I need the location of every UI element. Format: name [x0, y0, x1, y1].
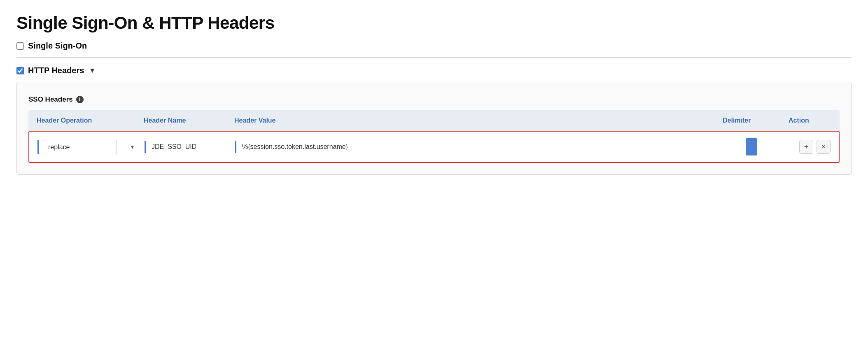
sso-headers-title: SSO Headers [28, 95, 73, 104]
col-header-delimiter: Delimiter [719, 114, 785, 127]
sso-checkbox[interactable] [16, 42, 24, 50]
chevron-down-icon: ▼ [89, 67, 96, 74]
select-chevron-icon: ▾ [131, 144, 134, 150]
col-header-name: Header Name [140, 114, 231, 127]
col-header-action: Action [785, 114, 835, 127]
header-value-cell [232, 138, 719, 155]
info-icon: i [76, 96, 84, 103]
table-header-row: Header Operation Header Name Header Valu… [28, 110, 840, 131]
table-wrapper: Header Operation Header Name Header Valu… [28, 110, 840, 163]
header-name-cell [141, 138, 232, 155]
sso-headers-title-row: SSO Headers i [28, 95, 840, 104]
http-headers-label[interactable]: HTTP Headers [28, 66, 84, 75]
remove-row-button[interactable]: × [817, 140, 831, 154]
add-row-button[interactable]: + [799, 140, 813, 154]
page-title: Single Sign-On & HTTP Headers [16, 13, 852, 33]
sso-label[interactable]: Single Sign-On [28, 41, 87, 51]
col-header-value: Header Value [231, 114, 719, 127]
operation-cell: replace add delete ▾ [34, 137, 141, 157]
col-header-operation: Header Operation [33, 114, 140, 127]
operation-select[interactable]: replace add delete [43, 140, 117, 154]
header-value-input[interactable] [240, 141, 715, 153]
http-headers-label-row: HTTP Headers ▼ [16, 66, 852, 75]
delimiter-bar [746, 138, 757, 155]
header-name-input[interactable] [150, 141, 229, 153]
http-headers-section: HTTP Headers ▼ SSO Headers i Header Oper… [16, 66, 852, 175]
sso-section: Single Sign-On [16, 41, 852, 58]
operation-select-wrapper: replace add delete ▾ [43, 140, 138, 154]
headers-container: SSO Headers i Header Operation Header Na… [16, 82, 852, 175]
action-cell: + × [784, 137, 834, 156]
table-row: replace add delete ▾ [28, 131, 840, 163]
http-headers-checkbox[interactable] [16, 67, 24, 74]
delimiter-cell [719, 136, 784, 158]
